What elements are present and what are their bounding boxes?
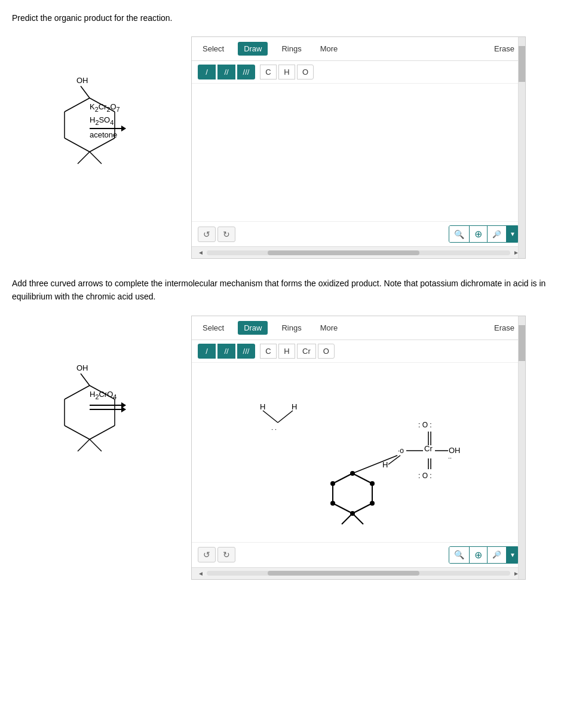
draw-btn-1[interactable]: Draw [238, 42, 268, 56]
more-btn-1[interactable]: More [315, 42, 343, 56]
right-scrollbar-2[interactable] [518, 316, 525, 579]
svg-line-13 [65, 426, 90, 439]
scroll-thumb-2 [268, 571, 419, 576]
zoom-controls-2: 🔍 ⊕ 🔎 ▼ [449, 546, 519, 564]
right-scroll-thumb-1 [519, 46, 525, 82]
tool-row-2: / // /// C H Cr O [192, 340, 525, 363]
svg-line-41 [352, 503, 372, 513]
zoom-out-btn-1[interactable]: 🔎 [488, 226, 507, 242]
more-btn-2[interactable]: More [315, 321, 343, 335]
svg-line-8 [78, 152, 90, 164]
carbon-btn-1[interactable]: C [260, 65, 277, 79]
svg-line-5 [65, 98, 90, 112]
rings-btn-2[interactable]: Rings [277, 321, 306, 335]
svg-line-19 [90, 439, 102, 451]
scroll-left-1[interactable]: ◄ [198, 249, 204, 256]
toolbar-2: Select Draw Rings More Erase [192, 316, 525, 340]
svg-text:·o: ·o [398, 446, 404, 455]
single-bond-btn-1[interactable]: / [198, 65, 216, 79]
tool-row-1: / // /// C H O [192, 61, 525, 84]
svg-line-2 [90, 138, 115, 152]
draw-btn-2[interactable]: Draw [238, 321, 268, 335]
zoom-out-btn-2[interactable]: 🔎 [488, 547, 507, 563]
svg-point-50 [370, 501, 375, 506]
svg-line-47 [352, 455, 397, 473]
draw-panel-1: Select Draw Rings More Erase / // /// C … [191, 36, 526, 259]
select-btn-2[interactable]: Select [198, 321, 229, 335]
triple-bond-btn-1[interactable]: /// [237, 65, 255, 79]
oxygen-btn-2[interactable]: O [318, 344, 335, 359]
single-bond-btn-2[interactable]: / [198, 344, 216, 359]
svg-line-12 [90, 426, 115, 439]
svg-text:H: H [382, 460, 388, 469]
draw-canvas-1[interactable] [192, 84, 525, 221]
reaction-arrow-1 [90, 128, 125, 129]
right-scrollbar-1[interactable] [518, 37, 525, 258]
bottom-bar-2: ↺ ↻ 🔍 ⊕ 🔎 ▼ [192, 542, 525, 567]
reagent2-line-1: H2CrO4 [90, 389, 117, 402]
h-scrollbar-2[interactable]: ◄ ► [192, 567, 525, 579]
reaction-arrow-2 [90, 405, 125, 406]
svg-text:·  ·: · · [271, 426, 277, 433]
undo-redo-1: ↺ ↻ [198, 227, 235, 242]
zoom-controls-1: 🔍 ⊕ 🔎 ▼ [449, 225, 519, 243]
zoom-reset-btn-1[interactable]: ⊕ [470, 226, 488, 242]
svg-line-39 [352, 473, 372, 484]
hydrogen-btn-2[interactable]: H [278, 344, 295, 359]
svg-line-16 [81, 374, 90, 386]
question-block-2: OH H2CrO4 Select Draw Rings More E [12, 316, 552, 580]
carbon-btn-2[interactable]: C [260, 344, 277, 359]
undo-btn-2[interactable]: ↺ [198, 547, 216, 562]
double-bond-btn-1[interactable]: // [217, 65, 235, 79]
zoom-in-btn-1[interactable]: 🔍 [449, 226, 470, 242]
svg-text:H: H [260, 402, 265, 411]
reagent-line-3: acetone [90, 130, 117, 139]
reagent-line-2: H2SO4 [90, 114, 114, 127]
mechanism-svg: H H · · Cr : O : ·o OH ·· [192, 363, 525, 542]
erase-btn-2[interactable]: Erase [489, 321, 519, 335]
zoom-dropdown-btn-2[interactable]: ▼ [507, 547, 519, 563]
h-scrollbar-1[interactable]: ◄ ► [192, 246, 525, 258]
undo-redo-2: ↺ ↻ [198, 547, 235, 562]
svg-text:OH: OH [449, 446, 461, 455]
svg-text:OH: OH [76, 363, 88, 372]
molecule-area-1: OH K2Cr2O7 H2SO4 acetone [12, 36, 191, 156]
bottom-bar-1: ↺ ↻ 🔍 ⊕ 🔎 ▼ [192, 221, 525, 246]
draw-canvas-2[interactable]: H H · · Cr : O : ·o OH ·· [192, 363, 525, 542]
zoom-in-btn-2[interactable]: 🔍 [449, 547, 470, 563]
redo-btn-1[interactable]: ↻ [217, 227, 235, 242]
svg-line-21 [278, 411, 293, 423]
redo-btn-2[interactable]: ↻ [217, 547, 235, 562]
zoom-reset-btn-2[interactable]: ⊕ [470, 547, 488, 563]
right-scroll-thumb-2 [519, 325, 525, 361]
toolbar-1: Select Draw Rings More Erase [192, 37, 525, 61]
svg-line-6 [81, 86, 90, 98]
triple-bond-btn-2[interactable]: /// [237, 344, 255, 359]
svg-line-9 [90, 152, 102, 164]
chromium-btn-2[interactable]: Cr [297, 344, 316, 359]
rings-btn-1[interactable]: Rings [277, 42, 306, 56]
svg-line-3 [65, 138, 90, 152]
svg-text:··: ·· [448, 454, 452, 461]
svg-line-20 [263, 411, 278, 423]
undo-btn-1[interactable]: ↺ [198, 227, 216, 242]
scroll-thumb-1 [268, 250, 419, 255]
hydrogen-btn-1[interactable]: H [278, 65, 295, 79]
select-btn-1[interactable]: Select [198, 42, 229, 56]
reagent-line-1: K2Cr2O7 [90, 101, 120, 114]
svg-point-49 [370, 481, 375, 486]
svg-point-48 [350, 471, 355, 476]
svg-text:: O :: : O : [418, 421, 432, 429]
reaction-arrow-3 [90, 409, 125, 410]
scroll-left-2[interactable]: ◄ [198, 570, 204, 577]
svg-line-15 [65, 386, 90, 399]
scroll-track-1 [207, 250, 510, 255]
zoom-dropdown-btn-1[interactable]: ▼ [507, 226, 519, 242]
instruction-2: Add three curved arrows to complete the … [12, 277, 552, 304]
erase-btn-1[interactable]: Erase [489, 42, 519, 56]
oxygen-btn-1[interactable]: O [297, 65, 314, 79]
svg-text:Cr: Cr [424, 444, 433, 453]
instruction-1: Predict the organic product for the reac… [12, 12, 552, 25]
svg-line-44 [333, 473, 352, 484]
double-bond-btn-2[interactable]: // [217, 344, 235, 359]
